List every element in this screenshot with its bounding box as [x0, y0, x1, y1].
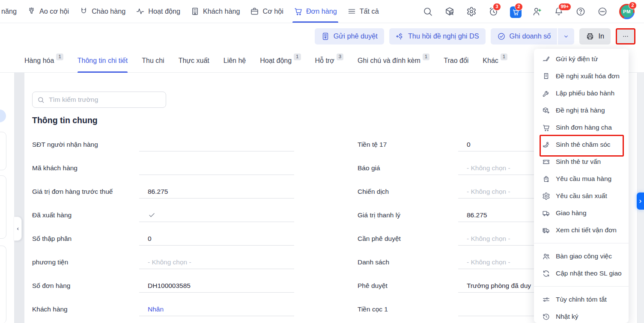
menu-item-label: Gửi ký điện tử	[556, 55, 598, 63]
menu-item-label: Yêu cầu mua hàng	[556, 175, 611, 183]
thu-hoi-de-nghi-ghi-ds-button[interactable]: Thu hồi đề nghị ghi DS	[389, 28, 486, 44]
menu-item-giao-hang[interactable]: Giao hàng	[534, 204, 629, 222]
quick-actions: 3299+PM2	[423, 4, 635, 19]
menu-item-tuy-chinh-tom-tat[interactable]: Tùy chỉnh tóm tắt	[534, 291, 629, 308]
tab-label: Ghi chú và đính kèm	[358, 57, 420, 65]
menu-item-ban-giao-cong-viec[interactable]: Bàn giao công việc	[534, 248, 629, 265]
expand-side-panel-button[interactable]	[637, 193, 644, 210]
help-button[interactable]	[575, 6, 586, 17]
tab-ghi-chu-va-dinh-kem[interactable]: Ghi chú và đính kèm1	[358, 49, 429, 72]
field-value-text: - Không chọn -	[148, 258, 191, 266]
nav-item-khach-hang[interactable]: Khách hàng	[191, 0, 240, 23]
nav-item-don-hang[interactable]: Đơn hàng	[294, 0, 337, 23]
check-icon	[148, 211, 156, 219]
field-value-phe-duyet[interactable]: Trưởng phòng đã duy	[458, 282, 536, 293]
tab-lien-he[interactable]: Liên hệ	[224, 49, 246, 72]
tab-hoat-dong[interactable]: Hoạt động1	[260, 49, 301, 72]
bell-button[interactable]: 99+	[554, 6, 564, 17]
field-value-can-phe-duyet[interactable]: - Không chọn -	[458, 234, 536, 246]
collapse-panel-handle[interactable]	[14, 216, 22, 241]
field-value-khach-hang[interactable]: Nhân	[139, 305, 294, 316]
user-add-button[interactable]	[532, 6, 542, 17]
section-title: Thông tin chung	[32, 116, 98, 125]
more-circle-button[interactable]	[597, 6, 608, 17]
tab-thong-tin-chi-tiet[interactable]: Thông tin chi tiết	[78, 49, 128, 72]
menu-item-de-nghi-xuat-hoa-don[interactable]: Đề nghị xuất hóa đơn	[534, 68, 629, 85]
menu-item-label: Đề nghị trả hàng	[556, 107, 605, 114]
truck-detail-icon	[542, 226, 550, 234]
menu-item-sinh-the-cham-soc[interactable]: Sinh thẻ chăm sóc	[534, 136, 629, 153]
ghi-doanh-so-button[interactable]: Ghi doanh số	[491, 28, 558, 44]
field-value-so-thap-phan[interactable]: 0	[139, 234, 294, 246]
package-search-button[interactable]	[444, 6, 455, 17]
tab-ho-tro[interactable]: Hỗ trợ3	[315, 49, 344, 72]
field-value-text: - Không chọn -	[467, 188, 510, 195]
history-icon	[542, 313, 550, 321]
avatar[interactable]: PM2	[619, 4, 635, 19]
field-value-tien-te-17[interactable]: 0	[458, 140, 536, 151]
nav-item-co-hoi[interactable]: Cơ hội	[250, 0, 283, 23]
ghi-doanh-so-dropdown-button[interactable]	[558, 28, 574, 44]
toolbar-buttons: Gửi phê duyệtThu hồi đề nghị ghi DSGhi d…	[315, 28, 635, 44]
field-label: Đã xuất hàng	[32, 211, 72, 219]
refresh-icon	[542, 270, 550, 278]
tab-thu-chi[interactable]: Thu chi	[142, 49, 164, 72]
menu-item-lap-phieu-bao-hanh[interactable]: Lập phiếu bảo hành	[534, 85, 629, 102]
menu-item-gui-ky-dien-tu[interactable]: Gửi ký điện tử	[534, 50, 629, 68]
tab-khac[interactable]: Khác1	[483, 49, 507, 72]
gear-button[interactable]	[466, 6, 477, 17]
reminder-clock-button[interactable]: 3	[488, 6, 498, 17]
field-value-ma-khach-hang[interactable]	[139, 164, 294, 175]
field-value-danh-sach[interactable]: - Không chọn -	[458, 258, 536, 269]
funnel-icon	[27, 7, 36, 16]
field-value-link[interactable]: Nhân	[148, 305, 164, 313]
field-label: Mã khách hàng	[32, 164, 78, 172]
top-navbar: năngAo cơ hộiChào hàngHoạt độngKhách hàn…	[0, 0, 644, 23]
field-value-chien-dich[interactable]: - Không chọn -	[458, 187, 536, 199]
nav-item-chao-hang[interactable]: Chào hàng	[79, 0, 125, 23]
nav-item-tat-ca[interactable]: Tất cả	[347, 0, 379, 23]
tab-label: Trao đổi	[444, 57, 468, 65]
menu-item-cap-nhat-theo-sl-giao[interactable]: Cập nhật theo SL giao	[534, 265, 629, 282]
button-label: Gửi phê duyệt	[334, 32, 378, 40]
search-fields-input[interactable]	[32, 92, 166, 108]
menu-item-xem-chi-tiet-van-don[interactable]: Xem chi tiết vận đơn	[534, 222, 629, 239]
form-row-da-xuat-hang: Đã xuất hàng	[32, 211, 302, 234]
menu-item-yeu-cau-san-xuat[interactable]: Yêu cầu sản xuất	[534, 187, 629, 204]
form-row-bao-gia: Báo giá- Không chọn -	[358, 164, 560, 187]
left-panel-fragment-circle	[0, 110, 6, 122]
cart-app-button[interactable]: 2	[510, 6, 520, 17]
cart-icon	[294, 7, 303, 16]
menu-item-sinh-the-tu-van[interactable]: Sinh thẻ tư vấn	[534, 153, 629, 170]
menu-item-label: Sinh thẻ tư vấn	[556, 158, 601, 166]
more-circle-icon	[597, 6, 608, 17]
field-value-tien-coc-1[interactable]	[458, 305, 536, 316]
tab-trao-doi[interactable]: Trao đổi	[444, 49, 468, 72]
field-value-gia-tri-thanh-ly[interactable]: 86.275	[458, 211, 536, 222]
package-search-icon	[444, 6, 455, 17]
nav-item-ao-co-hoi[interactable]: Ao cơ hội	[27, 0, 69, 23]
menu-item-label: Sinh đơn hàng cha	[556, 124, 612, 131]
menu-item-de-nghi-tra-hang[interactable]: Đề nghị trả hàng	[534, 102, 629, 119]
in-button[interactable]: In	[579, 28, 611, 44]
field-value-sdt-nguoi-nhan-hang[interactable]	[139, 140, 294, 151]
field-value-phuong-tien[interactable]: - Không chọn -	[139, 258, 294, 269]
search-button[interactable]	[423, 6, 433, 17]
nav-item-nang[interactable]: năng	[1, 0, 17, 23]
gui-phe-duyet-button[interactable]: Gửi phê duyệt	[315, 28, 384, 44]
menu-item-sinh-don-hang-cha[interactable]: Sinh đơn hàng cha	[534, 119, 629, 136]
menu-item-nhat-ky[interactable]: Nhật ký	[534, 308, 629, 323]
field-value-da-xuat-hang[interactable]	[139, 211, 294, 222]
menu-item-yeu-cau-mua-hang[interactable]: Yêu cầu mua hàng	[534, 170, 629, 187]
field-value-so-don-hang[interactable]: DH100003585	[139, 282, 294, 293]
nav-item-hoat-dong[interactable]: Hoạt động	[136, 0, 180, 23]
field-value-gia-tri-don-hang-truoc-thue[interactable]: 86.275	[139, 187, 294, 199]
tab-hang-hoa[interactable]: Hàng hóa1	[24, 49, 63, 72]
tab-thuc-xuat[interactable]: Thực xuất	[179, 49, 209, 72]
magnet-icon	[79, 7, 88, 16]
vertical-scrollbar[interactable]	[637, 49, 644, 323]
more-actions-button[interactable]	[616, 28, 635, 44]
field-value-bao-gia[interactable]: - Không chọn -	[458, 164, 536, 175]
tab-label: Liên hệ	[224, 57, 246, 65]
more-actions-menu: Gửi ký điện tửĐề nghị xuất hóa đơnLập ph…	[534, 49, 629, 323]
